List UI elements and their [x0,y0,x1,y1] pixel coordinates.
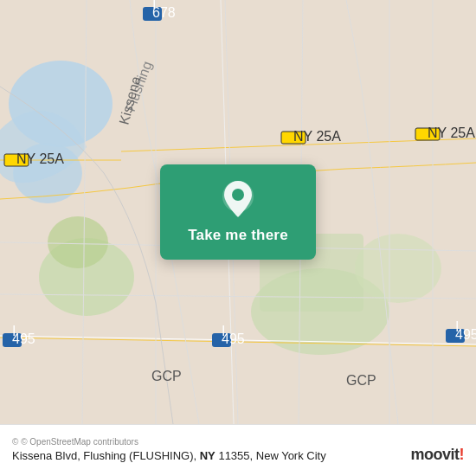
svg-point-7 [355,234,441,303]
svg-text:NY 25A: NY 25A [293,129,341,144]
map-container: 678 I NY 25A NY 25A NY 25A 495 I 495 I 4… [0,0,476,424]
overlay-card: Take me there [160,164,316,260]
svg-text:NY 25A: NY 25A [428,125,475,140]
attribution-text: © © OpenStreetMap contributors [12,437,464,447]
address-line1: Kissena Blvd, Flushing (FLUSHING), [12,449,200,462]
copyright-symbol: © [12,437,18,447]
moovit-logo-container: moovit! [410,446,464,464]
footer: © © OpenStreetMap contributors Kissena B… [0,424,476,476]
attribution-label: © OpenStreetMap contributors [21,437,138,447]
moovit-dot: ! [460,446,465,463]
svg-point-4 [48,216,108,268]
svg-text:NY 25A: NY 25A [16,151,64,166]
svg-text:I: I [455,319,459,334]
svg-text:GCP: GCP [151,369,182,383]
location-pin-icon [219,180,257,218]
address-bold: NY [200,449,215,462]
svg-text:I: I [222,324,225,338]
take-me-there-button[interactable]: Take me there [188,227,288,244]
svg-text:I: I [152,0,156,11]
address-text: Kissena Blvd, Flushing (FLUSHING), NY 11… [12,448,464,464]
svg-point-44 [232,189,244,201]
moovit-logo: moovit! [410,446,464,464]
svg-text:GCP: GCP [346,373,376,388]
svg-text:I: I [12,324,16,338]
address-line2: 11355, New York City [215,449,326,462]
